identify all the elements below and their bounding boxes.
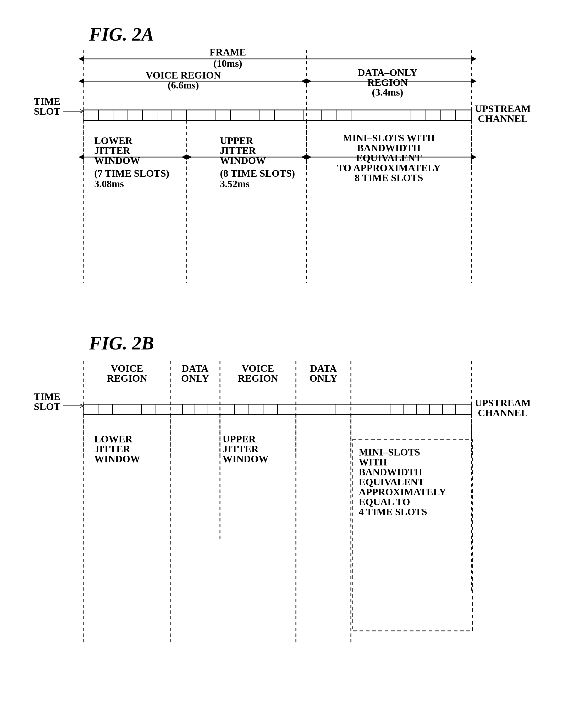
data-only-label: DATA–ONLY <box>358 67 417 78</box>
mini-slots-label5-2a: 8 TIME SLOTS <box>355 172 423 183</box>
mini-slots-2b-4: EQUIVALENT <box>359 476 424 487</box>
voice-region2-label2-2b: REGION <box>238 373 278 384</box>
voice-region2-label-2b: VOICE <box>242 363 274 374</box>
mini-slots-2b-3: BANDWIDTH <box>359 467 422 477</box>
upper-jitter2-2b: JITTER <box>222 443 259 455</box>
voice-region1-label-2b: VOICE <box>111 363 143 374</box>
lower-jitter3-2b: WINDOW <box>94 454 140 464</box>
svg-marker-7 <box>79 79 84 84</box>
upstream-channel-2b: CHANNEL <box>478 407 528 418</box>
data-only-time: (3.4ms) <box>372 87 403 98</box>
mini-slots-2b-1: MINI–SLOTS <box>359 446 420 458</box>
mini-slots-2b-5: APPROXIMATELY <box>359 486 446 498</box>
data-only2-label2-2b: ONLY <box>310 373 337 384</box>
frame-time: (10ms) <box>213 58 242 69</box>
svg-marker-4 <box>79 56 84 61</box>
time-slot-label-2b: TIME <box>34 391 60 402</box>
time-slot-label-2a: TIME <box>34 96 60 107</box>
lower-jitter2-2b: JITTER <box>94 443 130 455</box>
upper-jitter-label2-2a: JITTER <box>220 145 256 156</box>
upper-jitter-label3-2a: WINDOW <box>220 155 266 166</box>
lower-jitter-slots-2a: (7 TIME SLOTS) <box>94 168 169 179</box>
upper-jitter-label-2a: UPPER <box>220 135 253 146</box>
data-only-region: REGION <box>367 77 408 88</box>
lower-jitter-label3-2a: WINDOW <box>94 155 140 166</box>
data-only1-label-2b: DATA <box>182 363 209 374</box>
mini-slots-label4-2a: TO APPROXIMATELY <box>337 162 441 173</box>
svg-marker-53 <box>472 155 477 160</box>
svg-marker-52 <box>301 155 306 160</box>
mini-slots-2b-7: 4 TIME SLOTS <box>359 506 427 517</box>
upper-jitter-time-2a: 3.52ms <box>220 178 250 189</box>
upstream-channel-2a: CHANNEL <box>478 113 528 124</box>
svg-line-14 <box>80 111 84 113</box>
upper-jitter-2b: UPPER <box>222 433 256 444</box>
lower-jitter-label-2a: LOWER <box>94 135 132 146</box>
upper-jitter-slots-2a: (8 TIME SLOTS) <box>220 168 295 179</box>
upstream-label-2b: UPSTREAM <box>475 397 531 409</box>
svg-line-61 <box>80 404 84 406</box>
svg-line-13 <box>80 110 84 111</box>
timeslot-divisions-2a <box>98 110 456 120</box>
svg-marker-5 <box>472 56 477 61</box>
svg-marker-11 <box>472 79 477 84</box>
svg-rect-15 <box>84 110 472 120</box>
fig-2b-diagram: FIG. 2B VOICE REGION DATA ONLY VOICE REG… <box>32 330 555 657</box>
upper-jitter3-2b: WINDOW <box>222 454 269 464</box>
fig2b-title: FIG. 2B <box>89 333 154 354</box>
voice-region1-label2-2b: REGION <box>107 373 147 384</box>
frame-label: FRAME <box>209 47 246 57</box>
timeslot-divisions-2b <box>98 404 456 415</box>
time-slot-label2-2a: SLOT <box>34 106 60 117</box>
upstream-label-2a: UPSTREAM <box>475 103 531 114</box>
svg-marker-10 <box>301 79 306 84</box>
mini-slots-label3-2a: EQUIVALENT <box>356 153 422 163</box>
svg-marker-49 <box>181 155 187 160</box>
mini-slots-label2-2a: BANDWIDTH <box>357 142 421 154</box>
lower-jitter-2b: LOWER <box>94 433 132 444</box>
mini-slots-label1-2a: MINI–SLOTS WITH <box>343 132 435 143</box>
fig-2a-diagram: FIG. 2A FRAME (10ms) VOICE REGION (6.6ms… <box>32 21 555 309</box>
time-slot-label2-2b: SLOT <box>34 401 60 412</box>
lower-jitter-time-2a: 3.08ms <box>94 178 124 189</box>
svg-marker-46 <box>79 155 84 160</box>
mini-slots-2b-2: WITH <box>359 457 387 468</box>
data-only2-label-2b: DATA <box>310 363 337 374</box>
svg-line-62 <box>80 406 84 408</box>
page: FIG. 2A FRAME (10ms) VOICE REGION (6.6ms… <box>0 0 574 728</box>
lower-jitter-label2-2a: JITTER <box>94 145 130 156</box>
data-only1-label2-2b: ONLY <box>181 373 209 384</box>
mini-slots-2b-6: EQUAL TO <box>359 496 410 507</box>
voice-region-time: (6.6ms) <box>168 80 199 91</box>
voice-region-label: VOICE REGION <box>146 70 221 81</box>
fig2a-title: FIG. 2A <box>89 24 154 45</box>
